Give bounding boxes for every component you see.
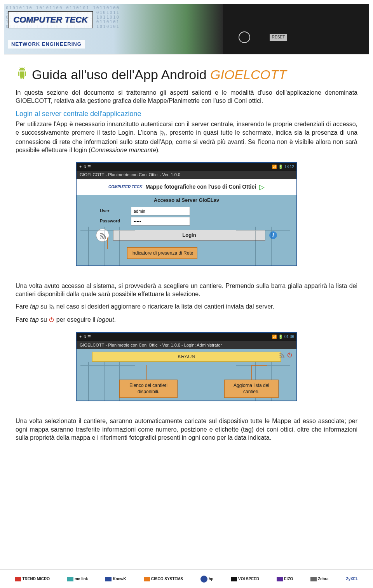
paragraph-2: Una volta avuto accesso al sistema, si p… bbox=[16, 282, 357, 298]
play-icon: ▷ bbox=[259, 182, 265, 192]
status-left-icons: ✦ ⇅ ☰ bbox=[79, 164, 91, 170]
battery-icon: 🔋 bbox=[278, 164, 283, 170]
login-body: COMPUTER TECK Mappe fotografiche con l'u… bbox=[77, 179, 296, 265]
p4-tap: tap bbox=[30, 316, 38, 323]
intro-paragraph: In questa sezione del documento si tratt… bbox=[16, 88, 357, 105]
user-input[interactable] bbox=[131, 207, 190, 215]
login-brand: COMPUTER TECK bbox=[108, 184, 142, 190]
cantieri-body: KRAUN Elenco dei cantieri disponibili. A… bbox=[77, 349, 296, 401]
login-screenshot: ✦ ⇅ ☰ 📶 🔋 18:12 GIOELCOTT - Planimetrie … bbox=[76, 162, 297, 266]
p3-tap: tap bbox=[30, 303, 38, 310]
p4-b: su bbox=[39, 316, 49, 323]
user-row: User bbox=[100, 207, 273, 215]
section1-paragraph: Per utilizzare l'App è necessario innanz… bbox=[16, 120, 357, 154]
app-titlebar: GIOELCOTT - Planimetrie con Coni Ottici … bbox=[77, 341, 296, 349]
power-icon bbox=[49, 316, 54, 325]
battery-icon: 🔋 bbox=[278, 334, 283, 340]
p4-a: Fare bbox=[16, 316, 30, 323]
status-left-icons: ✦ ⇅ ☰ bbox=[79, 334, 91, 340]
paragraph-3: Fare tap su nel caso si desideri aggiorn… bbox=[16, 302, 357, 312]
rss-icon bbox=[159, 129, 165, 138]
p3-c: nel caso si desideri aggiornare o ricari… bbox=[54, 303, 274, 310]
status-time: 01:36 bbox=[284, 334, 294, 340]
p3-b: su bbox=[39, 303, 49, 310]
status-time: 18:12 bbox=[284, 164, 294, 170]
app-titlebar: GIOELCOTT - Planimetrie con Coni Ottici … bbox=[77, 171, 296, 179]
cantieri-screenshot: ✦ ⇅ ☰ 📶 🔋 01:36 GIOELCOTT - Planimetrie … bbox=[76, 332, 297, 401]
login-subheader: Accesso al Server GioELav bbox=[77, 195, 296, 205]
callout-connector-right-v bbox=[251, 365, 252, 380]
callout-connector-right-h bbox=[251, 365, 267, 366]
refresh-rss-icon[interactable] bbox=[279, 352, 284, 360]
section1-text-c: Connessione mancante bbox=[91, 147, 156, 153]
title-highlight: GIOELCOTT bbox=[210, 67, 286, 82]
top-action-icons bbox=[279, 352, 293, 360]
brand-logo: COMPUTER TECK bbox=[8, 11, 93, 28]
callout-refresh-list: Aggiorna lista dei cantieri. bbox=[224, 380, 279, 397]
status-right: 📶 🔋 01:36 bbox=[272, 334, 294, 340]
page-title-row: Guida all'uso dell'App Android GIOELCOTT bbox=[16, 66, 357, 84]
callout-connector bbox=[107, 238, 108, 249]
user-label: User bbox=[100, 208, 127, 214]
android-status-bar: ✦ ⇅ ☰ 📶 🔋 18:12 bbox=[77, 163, 296, 171]
p4-d: . bbox=[114, 316, 115, 323]
wifi-icon: 📶 bbox=[272, 164, 277, 170]
callout-cantieri-list: Elenco dei cantieri disponibili. bbox=[119, 380, 178, 397]
header-banner: 01010110 10101100 0110101 10110100 10101… bbox=[4, 4, 369, 54]
paragraph-5: Una volta selezionato il cantiere, saran… bbox=[16, 417, 357, 442]
login-header-text: Mappe fotografiche con l'uso di Coni Ott… bbox=[145, 183, 256, 191]
brand-name: COMPUTER TECK bbox=[13, 15, 88, 24]
wifi-icon: 📶 bbox=[272, 334, 277, 340]
android-icon bbox=[16, 67, 29, 83]
paragraph-4: Fare tap su per eseguire il logout. bbox=[16, 316, 357, 325]
banner-circuit-bg bbox=[223, 4, 369, 54]
p3-a: Fare bbox=[16, 303, 30, 310]
login-header: COMPUTER TECK Mappe fotografiche con l'u… bbox=[77, 179, 296, 195]
android-status-bar: ✦ ⇅ ☰ 📶 🔋 01:36 bbox=[77, 333, 296, 341]
logout-icon[interactable] bbox=[287, 352, 293, 360]
p4-logout: logout bbox=[97, 316, 114, 323]
page-title: Guida all'uso dell'App Android GIOELCOTT bbox=[32, 66, 287, 84]
callout-connector-left bbox=[146, 365, 147, 380]
section1-text-d: ). bbox=[156, 147, 160, 153]
title-prefix: Guida all'uso dell'App Android bbox=[32, 67, 210, 82]
brand-tagline: NETWORK ENGINEERING bbox=[8, 40, 85, 49]
rss-icon bbox=[49, 303, 54, 312]
section-heading-login: Login al server centrale dell'applicazio… bbox=[16, 109, 357, 118]
status-right: 📶 🔋 18:12 bbox=[272, 164, 294, 170]
p4-c: per eseguire il bbox=[54, 316, 97, 323]
network-indicator-callout: Indicatore di presenza di Rete bbox=[127, 247, 197, 259]
